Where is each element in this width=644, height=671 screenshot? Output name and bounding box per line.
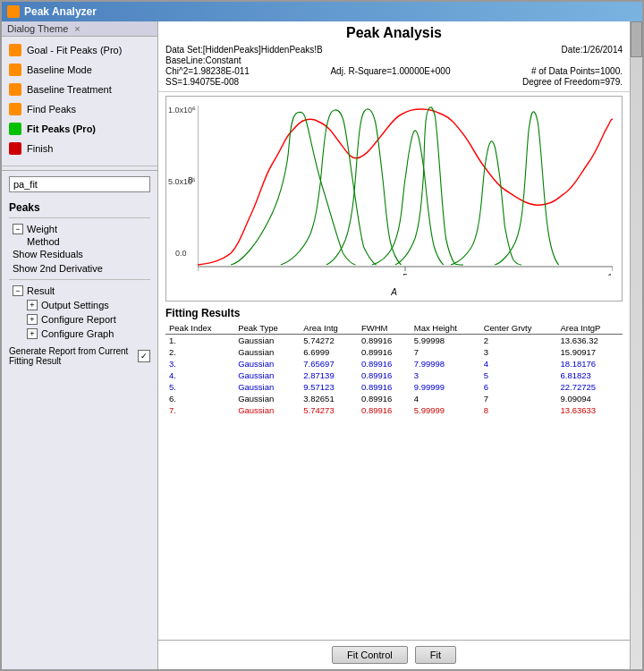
pa-fit-input[interactable] — [9, 176, 150, 192]
divider — [2, 166, 157, 166]
generate-row: Generate Report from Current Fitting Res… — [9, 341, 150, 371]
dataset-label: Data Set:[HiddenPeaks]HiddenPeaks!B — [165, 45, 323, 55]
data-points-label: # of Data Points=1000. — [531, 66, 623, 76]
col-max-height: Max Height — [411, 322, 480, 335]
title-bar: Peak Analyzer — [2, 2, 642, 21]
main-window: Peak Analyzer Dialog Theme × Goal - Fit … — [0, 0, 644, 671]
x-axis-label: A — [391, 287, 397, 297]
analysis-title: Peak Analysis — [165, 25, 623, 41]
chart-container: 1.0x10⁶ 5.0x10⁵ 0.0 0 5 — [165, 96, 623, 302]
chart-area: 1.0x10⁶ 5.0x10⁵ 0.0 0 5 — [158, 92, 630, 305]
table-header-row: Peak Index Peak Type Area Intg FWHM Max … — [165, 322, 623, 335]
fit-peaks-icon — [9, 123, 21, 135]
scrollbar[interactable] — [630, 21, 642, 669]
y-tick-1: 1.0x10⁶ — [168, 106, 196, 115]
fit-button[interactable]: Fit — [415, 646, 456, 664]
dialog-theme-close[interactable]: × — [74, 23, 80, 34]
baseline-label: BaseLine:Constant — [165, 55, 242, 65]
col-center: Center Grvty — [480, 322, 557, 335]
output-settings-expand[interactable]: + — [27, 300, 38, 310]
bottom-buttons: Fit Control Fit — [158, 640, 630, 669]
content-area: Dialog Theme × Goal - Fit Peaks (Pro) Ba… — [2, 21, 642, 669]
nav-item-finish[interactable]: Finish — [2, 139, 157, 158]
table-row: 1.Gaussian5.742720.899165.99998213.636.3… — [165, 335, 623, 347]
left-panel: Dialog Theme × Goal - Fit Peaks (Pro) Ba… — [2, 21, 158, 669]
baseline-mode-icon — [9, 64, 21, 76]
generate-checkbox[interactable]: ✓ — [138, 350, 150, 362]
col-fwhm: FWHM — [358, 322, 411, 335]
configure-report-expand[interactable]: + — [27, 314, 38, 325]
col-peak-type: Peak Type — [234, 322, 300, 335]
nav-item-baseline-mode[interactable]: Baseline Mode — [2, 60, 157, 80]
nav-item-find-peaks[interactable]: Find Peaks — [2, 99, 157, 119]
nav-item-fit-peaks[interactable]: Fit Peaks (Pro) — [2, 119, 157, 139]
weight-tree-item[interactable]: − Weight — [9, 222, 150, 236]
col-area-intgp: Area IntgP — [557, 322, 623, 335]
window-title: Peak Analyzer — [24, 5, 97, 18]
configure-graph-expand[interactable]: + — [27, 328, 38, 339]
goal-icon — [9, 44, 21, 56]
b-label: B — [188, 175, 193, 184]
result-tree-item[interactable]: − Result — [9, 284, 150, 298]
ss-label: SS=1.94075E-008 — [165, 77, 239, 87]
app-icon — [7, 5, 20, 18]
configure-graph-item[interactable]: + Configure Graph — [9, 327, 150, 341]
dialog-theme-label: Dialog Theme × — [2, 21, 157, 37]
nav-item-goal[interactable]: Goal - Fit Peaks (Pro) — [2, 40, 157, 60]
show-2nd-derivative-item[interactable]: Show 2nd Derivative — [9, 261, 150, 276]
analysis-header: Peak Analysis Data Set:[HiddenPeaks]Hidd… — [158, 21, 630, 92]
table-row: 4.Gaussian2.871390.89916356.81823 — [165, 369, 623, 381]
chi2-label: Chi^2=1.98238E-011 — [165, 66, 250, 76]
left-bottom: Peaks − Weight Method Show Residuals Sho… — [2, 170, 157, 377]
table-row: 2.Gaussian6.69990.899167315.90917 — [165, 346, 623, 358]
show-residuals-item[interactable]: Show Residuals — [9, 247, 150, 261]
meta-row-4: SS=1.94075E-008 Degree of Freedom=979. — [165, 77, 623, 87]
y-tick-3: 0.0 — [175, 249, 187, 258]
configure-report-item[interactable]: + Configure Report — [9, 312, 150, 327]
col-area-intg: Area Intg — [300, 322, 358, 335]
table-row: 6.Gaussian3.826510.89916479.09094 — [165, 393, 623, 404]
fit-control-button[interactable]: Fit Control — [332, 646, 408, 664]
svg-text:5: 5 — [402, 272, 408, 276]
table-row: 5.Gaussian9.571230.899169.99999622.72725 — [165, 381, 623, 393]
svg-text:10: 10 — [607, 272, 613, 276]
output-settings-item[interactable]: + Output Settings — [9, 298, 150, 312]
weight-expand-icon[interactable]: − — [13, 224, 23, 234]
meta-row-2: BaseLine:Constant — [165, 55, 623, 65]
result-expand-icon[interactable]: − — [13, 285, 23, 296]
baseline-treatment-icon — [9, 83, 21, 96]
fitting-results: Fitting Results Peak Index Peak Type Are… — [158, 305, 630, 640]
dof-label: Degree of Freedom=979. — [522, 77, 623, 87]
chart-svg: 0 5 10 — [198, 106, 613, 276]
scrollbar-thumb[interactable] — [631, 21, 642, 57]
right-panel: Peak Analysis Data Set:[HiddenPeaks]Hidd… — [158, 21, 630, 669]
find-peaks-icon — [9, 103, 21, 115]
table-row: 3.Gaussian7.656970.899167.99998418.18176 — [165, 358, 623, 369]
nav-items: Goal - Fit Peaks (Pro) Baseline Mode Bas… — [2, 37, 157, 162]
finish-icon — [9, 142, 21, 155]
method-item[interactable]: Method — [9, 236, 150, 247]
meta-row-1: Data Set:[HiddenPeaks]HiddenPeaks!B Date… — [165, 45, 623, 55]
peaks-section-header: Peaks — [9, 201, 150, 214]
table-row: 7.Gaussian5.742730.899165.99999813.63633 — [165, 404, 623, 416]
results-title: Fitting Results — [165, 307, 623, 319]
meta-row-3: Chi^2=1.98238E-011 Adj. R-Square=1.00000… — [165, 66, 623, 76]
adj-r-square-label: Adj. R-Square=1.00000E+000 — [330, 66, 450, 76]
col-peak-index: Peak Index — [165, 322, 234, 335]
date-label: Date:1/26/2014 — [562, 45, 623, 55]
results-table: Peak Index Peak Type Area Intg FWHM Max … — [165, 322, 623, 416]
nav-item-baseline-treatment[interactable]: Baseline Treatment — [2, 80, 157, 99]
